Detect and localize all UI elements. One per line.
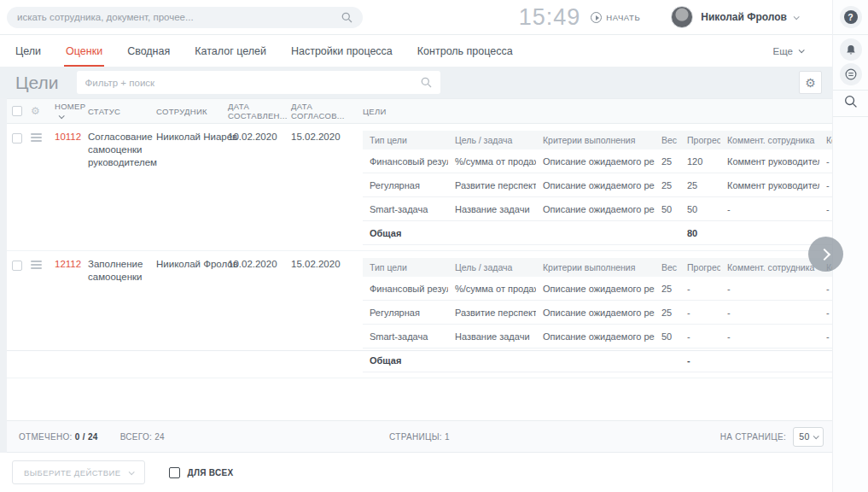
goals-subtable-header: Тип цели Цель / задача Критерии выполнен… [363, 131, 832, 149]
goal-total-row: Общая 80 [363, 221, 832, 245]
choose-action-button[interactable]: ВЫБЕРИТЕ ДЕЙСТВИЕ [12, 460, 145, 484]
pages-indicator: СТРАНИЦЫ: 1 [7, 432, 832, 442]
tab-bar: Цели Оценки Сводная Каталог целей Настро… [0, 35, 832, 67]
gear-icon: ⚙ [805, 76, 816, 90]
divider [833, 116, 868, 117]
grid-footer: ОТМЕЧЕНО: 0 / 24 ВСЕГО: 24 СТРАНИЦЫ: 1 Н… [7, 420, 832, 453]
col-header-goals[interactable]: ЦЕЛИ [363, 107, 832, 116]
tab-goals[interactable]: Цели [15, 45, 41, 57]
tab-summary[interactable]: Сводная [127, 45, 170, 57]
col-header-employee[interactable]: СОТРУДНИК [156, 107, 228, 116]
row-menu-icon[interactable] [31, 261, 42, 269]
scroll-right-button[interactable] [808, 237, 843, 272]
goal-row: Регулярная Развитие перспективн... Описа… [363, 173, 832, 197]
divider [833, 90, 868, 91]
row-date-created: 10.02.2020 [228, 258, 291, 271]
goal-row: Smart-задача Название задачи Описание ож… [363, 325, 832, 348]
row-employee: Нииколай Ниарев [156, 131, 228, 144]
chat-button[interactable] [840, 63, 862, 85]
chevron-down-icon[interactable] [794, 14, 800, 20]
tab-process-settings[interactable]: Настройки процесса [291, 45, 393, 57]
row-date-created: 10.02.2020 [228, 131, 291, 144]
sort-caret-icon [59, 113, 65, 119]
goal-row: Smart-задача Название задачи Описание ож… [363, 197, 832, 221]
grid-header: ⚙ НОМЕР СТАТУС СОТРУДНИК ДАТА СОСТАВЛЕН.… [7, 98, 832, 124]
goal-row: Финансовый результат %/сумма от продаж ж… [363, 277, 832, 301]
global-search[interactable] [7, 7, 363, 28]
goals-subtable: Тип цели Цель / задача Критерии выполнен… [363, 258, 832, 372]
help-icon: ? [844, 10, 858, 24]
gear-icon[interactable]: ⚙ [31, 105, 40, 117]
search-icon [844, 95, 858, 108]
row-menu-icon[interactable] [31, 133, 42, 142]
topbar: 15:49 НАЧАТЬ Николай Фролов [0, 0, 832, 35]
tab-goal-catalog[interactable]: Каталог целей [195, 45, 266, 57]
row-number-link[interactable]: 10112 [55, 132, 81, 142]
topbar-right: 15:49 НАЧАТЬ Николай Фролов [519, 4, 798, 31]
col-header-date-agreed[interactable]: ДАТА СОГЛАСОВ... [291, 102, 363, 120]
row-date-agreed: 15.02.2020 [291, 258, 363, 271]
play-icon [591, 12, 602, 23]
avatar[interactable] [671, 6, 693, 28]
search-icon[interactable] [341, 12, 352, 23]
page-title: Цели [15, 73, 59, 93]
action-bar: ВЫБЕРИТЕ ДЕЙСТВИЕ ДЛЯ ВСЕХ [0, 453, 832, 492]
sidebar-search-button[interactable] [844, 95, 858, 112]
user-menu[interactable]: Николай Фролов [701, 11, 787, 23]
search-icon[interactable] [421, 77, 432, 88]
row-checkbox[interactable] [12, 133, 22, 144]
row-status: Согласование самооценки руководителем [88, 131, 156, 170]
table-row: 12112 Заполнение самооценки Нииколай Фро… [7, 251, 832, 378]
global-search-input[interactable] [17, 12, 341, 22]
more-menu[interactable]: Еще [773, 46, 803, 56]
row-status: Заполнение самооценки [88, 258, 156, 284]
for-all-toggle[interactable]: ДЛЯ ВСЕХ [169, 467, 234, 478]
tab-assessments[interactable]: Оценки [66, 45, 102, 57]
chevron-down-icon [128, 469, 134, 475]
goal-row: Финансовый результат %/сумма от продаж ж… [363, 149, 832, 173]
table-row: 10112 Согласование самооценки руководите… [7, 124, 832, 251]
help-button[interactable]: ? [840, 6, 862, 28]
filter-row: Цели ⚙ [0, 67, 832, 98]
grid-settings-button[interactable]: ⚙ [799, 71, 822, 94]
work-timer[interactable]: 15:49 [519, 4, 581, 31]
divider [833, 34, 868, 35]
row-number-link[interactable]: 12112 [55, 259, 81, 269]
filter-search[interactable] [77, 71, 440, 94]
goal-total-row: Общая - [363, 348, 832, 372]
chat-icon [844, 67, 858, 81]
chevron-right-icon [818, 248, 830, 260]
select-all-checkbox[interactable] [12, 106, 22, 116]
col-header-date-created[interactable]: ДАТА СОСТАВЛЕН... [228, 102, 291, 120]
notifications-button[interactable] [840, 38, 862, 61]
start-workday-button[interactable]: НАЧАТЬ [591, 12, 640, 23]
col-header-number[interactable]: НОМЕР [55, 102, 88, 120]
app-window: 15:49 НАЧАТЬ Николай Фролов Цели Оценки … [0, 0, 868, 492]
chevron-down-icon [799, 47, 805, 53]
goals-grid: ⚙ НОМЕР СТАТУС СОТРУДНИК ДАТА СОСТАВЛЕН.… [7, 98, 832, 420]
row-date-agreed: 15.02.2020 [291, 131, 363, 144]
row-employee: Нииколай Фролов [156, 258, 228, 271]
col-header-status[interactable]: СТАТУС [88, 107, 156, 116]
goals-subtable-header: Тип цели Цель / задача Критерии выполнен… [363, 258, 832, 277]
tab-process-control[interactable]: Контроль процесса [417, 45, 513, 57]
for-all-checkbox[interactable] [169, 467, 180, 478]
goals-subtable: Тип цели Цель / задача Критерии выполнен… [363, 131, 832, 245]
bell-icon [845, 44, 857, 56]
grid-body: 10112 Согласование самооценки руководите… [7, 124, 832, 378]
row-checkbox[interactable] [12, 261, 22, 271]
goal-row: Регулярная Развитие перспективн... Описа… [363, 301, 832, 325]
filter-search-input[interactable] [85, 78, 421, 88]
grid-end-divider [7, 350, 832, 351]
